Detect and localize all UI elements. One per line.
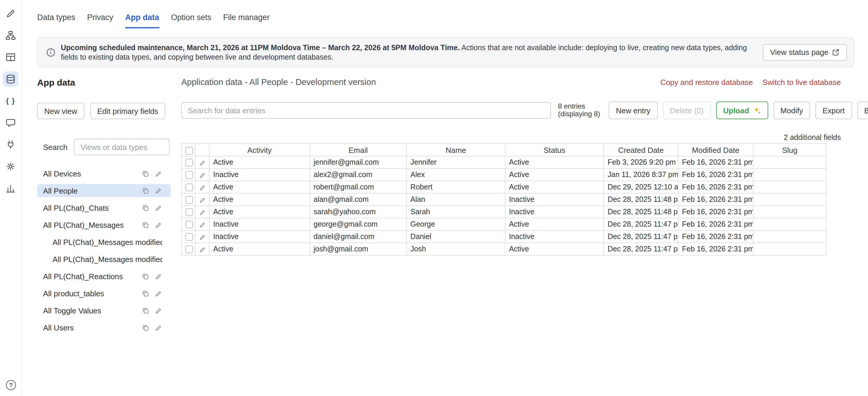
copy-view-icon[interactable] — [142, 324, 149, 331]
new-entry-button[interactable]: New entry — [609, 101, 657, 119]
edit-view-icon[interactable] — [155, 221, 162, 229]
copy-view-icon[interactable] — [142, 204, 149, 211]
cell-activity: Inactive — [209, 218, 310, 230]
data-database-icon[interactable] — [3, 71, 18, 87]
cell-email: josh@gmail.com — [310, 243, 407, 255]
tab-option-sets[interactable]: Option sets — [171, 13, 211, 28]
view-list-item[interactable]: All Devices — [37, 167, 170, 180]
copy-view-icon[interactable] — [142, 170, 149, 177]
cell-created-date: Dec 28, 2025 11:47 pm — [604, 218, 678, 230]
row-checkbox[interactable] — [185, 159, 193, 166]
select-all-checkbox[interactable] — [185, 147, 193, 154]
row-checkbox[interactable] — [185, 196, 193, 204]
cell-name: Daniel — [407, 230, 505, 243]
view-item-label: All PL(Chat)_Chats — [43, 203, 142, 212]
edit-row-icon[interactable] — [199, 221, 206, 228]
row-checkbox[interactable] — [185, 221, 193, 228]
edit-row-icon[interactable] — [199, 196, 206, 203]
components-grid-icon[interactable] — [3, 50, 18, 65]
edit-view-icon[interactable] — [155, 306, 162, 314]
cell-modified-date: Feb 16, 2026 2:31 pm — [678, 230, 753, 243]
tab-app-data[interactable]: App data — [125, 13, 159, 28]
copy-view-icon[interactable] — [142, 187, 149, 194]
table-row: Active alan@gmail.com Alan Inactive Dec … — [182, 193, 826, 206]
tab-file-manager[interactable]: File manager — [223, 13, 270, 28]
row-checkbox[interactable] — [185, 171, 193, 179]
cell-email: sarah@yahoo.com — [310, 206, 407, 218]
upload-button[interactable]: Upload — [716, 101, 768, 119]
cell-email: george@gmail.com — [310, 218, 407, 230]
view-list-item[interactable]: All product_tables — [37, 287, 170, 300]
edit-row-icon[interactable] — [199, 246, 206, 253]
view-list-item[interactable]: All PL(Chat)_Reactions — [37, 270, 170, 283]
edit-row-icon[interactable] — [199, 184, 206, 191]
view-list-item[interactable]: All PL(Chat)_Messages — [37, 218, 170, 231]
view-list-item[interactable]: All PL(Chat)_Messages modified 2 — [37, 253, 170, 266]
modify-button[interactable]: Modify — [773, 101, 810, 119]
copy-view-icon[interactable] — [142, 272, 149, 280]
delete-button[interactable]: Delete (0) — [663, 101, 711, 119]
comments-chat-icon[interactable] — [3, 115, 18, 130]
cell-status: Active — [505, 181, 604, 193]
cell-created-date: Dec 28, 2025 11:48 pm — [604, 206, 678, 218]
view-list-item[interactable]: All People — [37, 184, 170, 197]
tab-privacy[interactable]: Privacy — [87, 13, 113, 28]
workflow-sitemap-icon[interactable] — [3, 28, 18, 43]
export-button[interactable]: Export — [815, 101, 852, 119]
cell-modified-date: Feb 16, 2026 2:31 pm — [678, 218, 753, 230]
entries-search-input[interactable] — [181, 102, 551, 119]
cell-modified-date: Feb 16, 2026 2:31 pm — [678, 168, 753, 181]
edit-row-icon[interactable] — [199, 171, 206, 178]
row-checkbox[interactable] — [185, 208, 193, 216]
edit-view-icon[interactable] — [155, 187, 162, 194]
cell-name: Alex — [407, 168, 505, 181]
cell-activity: Active — [209, 243, 310, 255]
edit-view-icon[interactable] — [155, 290, 162, 297]
edit-view-icon[interactable] — [155, 170, 162, 177]
new-view-button[interactable]: New view — [37, 103, 84, 119]
copy-view-icon[interactable] — [142, 221, 149, 229]
edit-row-icon[interactable] — [199, 159, 206, 166]
tab-data-types[interactable]: Data types — [37, 13, 75, 28]
edit-row-icon[interactable] — [199, 209, 206, 216]
copy-restore-database-link[interactable]: Copy and restore database — [660, 77, 753, 87]
row-checkbox[interactable] — [185, 245, 193, 253]
view-list-item[interactable]: All Users — [37, 321, 170, 334]
table-row: Inactive george@gmail.com George Active … — [182, 218, 826, 230]
col-name: Name — [407, 144, 505, 156]
view-list-item[interactable]: All PL(Chat)_Messages modified — [37, 235, 170, 249]
styles-braces-icon[interactable]: { } — [3, 93, 18, 108]
cell-activity: Active — [209, 156, 310, 168]
entries-count-line2: (displaying 8) — [558, 110, 605, 118]
view-item-label: All Toggle Values — [43, 306, 142, 315]
settings-gear-icon[interactable] — [3, 159, 18, 174]
table-row: Active sarah@yahoo.com Sarah Inactive De… — [182, 206, 826, 218]
edit-view-icon[interactable] — [155, 204, 162, 211]
design-pencil-icon[interactable] — [3, 6, 18, 21]
edit-view-icon[interactable] — [155, 272, 162, 280]
row-checkbox[interactable] — [185, 233, 193, 241]
cell-modified-date: Feb 16, 2026 2:31 pm — [678, 156, 753, 168]
bulk-button[interactable]: Bulk — [857, 101, 868, 119]
edit-view-icon[interactable] — [155, 324, 162, 331]
edit-primary-fields-button[interactable]: Edit primary fields — [90, 103, 165, 119]
plugins-plug-icon[interactable] — [3, 137, 18, 152]
logs-chart-icon[interactable] — [3, 180, 18, 196]
view-list-item[interactable]: All Toggle Values — [37, 304, 170, 317]
view-status-page-button[interactable]: View status page — [763, 44, 847, 61]
copy-view-icon[interactable] — [142, 290, 149, 297]
additional-fields-note: 2 additional fields — [181, 133, 841, 142]
cell-created-date: Dec 28, 2025 11:47 pm — [604, 230, 678, 243]
view-list-item[interactable]: All PL(Chat)_Chats — [37, 201, 170, 214]
cell-activity: Active — [209, 193, 310, 206]
cell-modified-date: Feb 16, 2026 2:31 pm — [678, 206, 753, 218]
col-activity: Activity — [209, 144, 310, 156]
cell-name: Jennifer — [407, 156, 505, 168]
switch-live-database-link[interactable]: Switch to live database — [762, 77, 841, 87]
edit-row-icon[interactable] — [199, 233, 206, 240]
row-checkbox[interactable] — [185, 184, 193, 191]
views-search-input[interactable] — [74, 139, 169, 155]
help-icon[interactable]: ? — [6, 380, 16, 390]
copy-view-icon[interactable] — [142, 306, 149, 314]
cell-status: Inactive — [505, 206, 604, 218]
